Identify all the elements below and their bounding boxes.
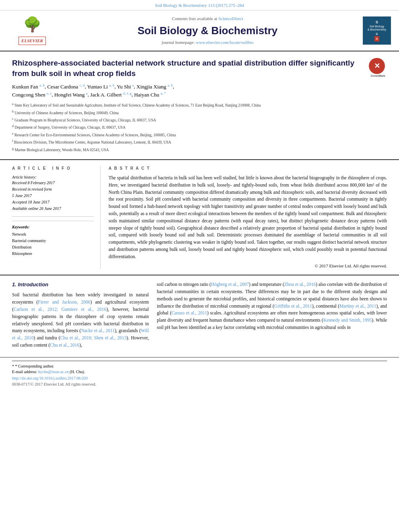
affil-f: f Biosciences Division, The Microbiome C… <box>12 139 387 145</box>
corresponding-author-note: * * Corresponding author. <box>12 364 387 369</box>
keyword-2: Bacterial community <box>12 238 94 244</box>
ref-chu2016[interactable]: Chu et al., 2016 <box>50 343 79 347</box>
elsevier-logo: ELSEVIER <box>19 37 46 45</box>
sciencedirect-link[interactable]: ScienceDirect <box>218 16 243 21</box>
author-8: Jack A. Gilbert d, f, g <box>90 92 132 98</box>
author-5: Xingjia Xiang a, b <box>136 84 173 90</box>
abstract-label: A B S T R A C T <box>109 166 387 171</box>
article-info-abstract-section: A R T I C L E I N F O Article history: R… <box>0 160 399 275</box>
journal-reference-bar: Soil Biology & Biochemistry 113 (2017) 2… <box>0 0 399 10</box>
introduction-section: 1. Introduction Soil bacterial distribut… <box>0 275 399 357</box>
ref-kennedy[interactable]: Kennedy and Smith, 1995 <box>323 318 372 322</box>
ref-fierer[interactable]: Fierer and Jackson, 2006 <box>38 300 90 304</box>
ref-zhou[interactable]: Zhou et al., 2016 <box>284 282 316 287</box>
affil-d: d Department of Surgery, University of C… <box>12 124 387 130</box>
article-history: Article history: Received 8 February 201… <box>12 175 94 212</box>
intro-heading: 1. Introduction <box>12 281 149 288</box>
abstract-copyright: © 2017 Elsevier Ltd. All rights reserved… <box>109 263 387 269</box>
author-1: Kunkun Fan a, b <box>12 84 45 90</box>
abstract-text: The spatial distribution of bacteria in … <box>109 175 387 261</box>
author-4: Yu Shi a <box>117 84 134 90</box>
homepage-link[interactable]: www.elsevier.com/locate/soilbio <box>196 40 253 45</box>
keywords-label: Keywords: <box>12 224 94 230</box>
journal-homepage: journal homepage: www.elsevier.com/locat… <box>60 39 355 45</box>
keywords-section: Keywords: Network Bacterial community Di… <box>12 221 94 257</box>
footer-section: * * Corresponding author. E-mail address… <box>0 357 399 389</box>
journal-header: 🌳 ELSEVIER Contents lists available at S… <box>0 10 399 51</box>
crossmark-icon: ✕ <box>369 58 385 74</box>
ref-carlson[interactable]: Carlson et al., 2012; Gumiere et al., 20… <box>14 307 107 312</box>
keyword-3: Distribution <box>12 244 94 250</box>
authors-list: Kunkun Fan a, b, Cesar Cardona c, d, Yun… <box>12 82 387 99</box>
author-7: Hongfei Wang a <box>54 92 88 98</box>
intro-right-column: soil carbon to nitrogen ratio (Högberg e… <box>157 281 387 351</box>
ref-hogberg[interactable]: Högberg et al., 2007 <box>211 282 249 287</box>
article-info-column: A R T I C L E I N F O Article history: R… <box>12 166 101 269</box>
journal-header-left: 🌳 ELSEVIER <box>8 14 56 47</box>
article-title: Rhizosphere-associated bacterial network… <box>12 58 387 78</box>
ref-griffiths[interactable]: Griffiths et al., 2011 <box>274 304 312 308</box>
affil-g: g Marine Biological Laboratory, Woods Ho… <box>12 146 387 153</box>
affil-e: e Research Center for Eco-Environmental … <box>12 131 387 138</box>
intro-left-column: 1. Introduction Soil bacterial distribut… <box>12 281 149 351</box>
elsevier-tree-icon: 🌳 <box>23 14 41 35</box>
affil-a: a State Key Laboratory of Soil and Susta… <box>12 102 387 108</box>
affil-b: b University of Chinese Academy of Scien… <box>12 109 387 116</box>
author-6: Congcong Shen a, e <box>12 92 51 98</box>
ref-caruso[interactable]: Caruso et al., 2011 <box>171 310 207 315</box>
journal-header-right: S Soil Biology& Biochemistry B B <box>359 16 391 45</box>
ref-martiny[interactable]: Martiny et al., 2011 <box>339 304 376 308</box>
ref-nacke[interactable]: Nacke et al., 2011 <box>81 328 115 333</box>
affil-c: c Graduate Program in Biophysical Scienc… <box>12 117 387 123</box>
doi-link[interactable]: http://dx.doi.org/10.1016/j.soilbio.2017… <box>12 376 387 381</box>
keyword-1: Network <box>12 232 94 237</box>
journal-title: Soil Biology & Biochemistry <box>60 23 355 38</box>
affiliations-list: a State Key Laboratory of Soil and Susta… <box>12 102 387 153</box>
author-3: Yuntao Li a, b <box>87 84 115 90</box>
issn-line: 0038-0717/© 2017 Elsevier Ltd. All right… <box>12 382 387 387</box>
article-title-section: Rhizosphere-associated bacterial network… <box>0 51 399 160</box>
journal-badge-icon: S Soil Biology& Biochemistry B B <box>363 16 391 45</box>
journal-header-center: Contents lists available at ScienceDirec… <box>60 16 355 46</box>
intro-para-1: Soil bacterial distribution has been wid… <box>12 292 149 349</box>
abstract-column: A B S T R A C T The spatial distribution… <box>109 166 387 269</box>
journal-reference-text: Soil Biology & Biochemistry 113 (2017) 2… <box>155 3 244 8</box>
keyword-4: Rhizosphere <box>12 251 94 257</box>
intro-para-2: soil carbon to nitrogen ratio (Högberg e… <box>157 281 387 331</box>
ref-chu2010[interactable]: Chu et al., 2010; Shen et al., 2013 <box>60 335 127 340</box>
email-link[interactable]: hychu@issas.ac.cn <box>38 370 69 374</box>
author-2: Cesar Cardona c, d <box>47 84 84 90</box>
crossmark-badge[interactable]: ✕ CrossMark <box>369 58 387 76</box>
article-info-label: A R T I C L E I N F O <box>12 166 94 171</box>
email-line: E-mail address: hychu@issas.ac.cn (H. Ch… <box>12 369 387 375</box>
sciencedirect-line: Contents lists available at ScienceDirec… <box>60 16 355 22</box>
author-9: Haiyan Chu a, * <box>134 92 166 98</box>
